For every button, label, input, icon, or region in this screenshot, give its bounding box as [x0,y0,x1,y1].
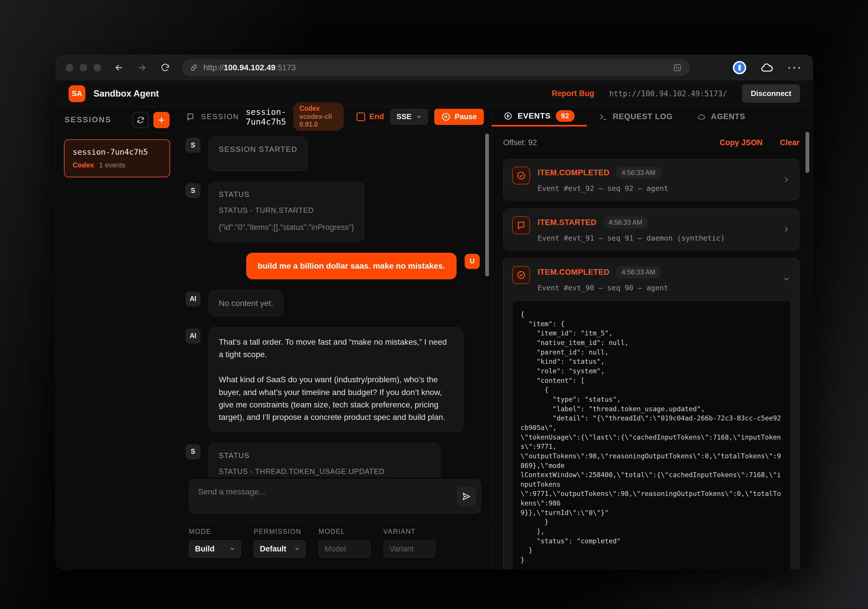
chevron-down-icon [416,114,422,120]
session-events-count: 1 events [99,161,125,169]
event-type: ITEM.COMPLETED [538,268,610,277]
chat-scrollbar[interactable] [485,134,489,277]
status-message-row: S STATUS STATUS - TURN.STARTED {"id":"0"… [186,182,480,242]
event-meta: Event #evt_91 – seq 91 – daemon (synthet… [538,234,775,242]
session-name: session-7un4c7h5 [73,147,161,156]
minimize-window-button[interactable] [79,64,87,71]
composer [178,477,491,521]
status-json: {"id":"0","items":[],"status":"inProgres… [219,221,354,233]
variant-input[interactable] [383,540,436,558]
system-message-row: S SESSION STARTED [186,136,480,171]
transport-select[interactable]: SSE [390,109,428,125]
pause-label: Pause [454,112,477,121]
chat-bubble-icon [186,113,195,121]
tab-events[interactable]: EVENTS 92 [491,107,587,126]
address-bar[interactable]: http://100.94.102.49:5173 [182,59,690,76]
url-port: :5173 [276,63,296,72]
url-scheme: http:// [203,63,224,72]
password-manager-icon[interactable] [733,61,746,74]
tab-agents[interactable]: AGENTS [685,107,758,126]
session-agent: Codex [73,161,94,169]
copy-json-button[interactable]: Copy JSON [719,138,763,147]
status-bubble: STATUS STATUS - TURN.STARTED {"id":"0","… [209,182,364,242]
event-time: 4:56:33 AM [616,266,661,278]
event-meta: Event #evt_90 – seq 90 – agent [538,284,775,292]
ai-empty-text: No content yet. [219,299,273,308]
session-panel: SESSION session-7un4c7h5 Codex vcodex-cl… [178,107,491,569]
permission-select[interactable]: Default [254,540,306,558]
status-heading: STATUS [219,451,430,460]
mode-label: MODE [189,528,241,536]
browser-window: http://100.94.102.49:5173 ··· SA Sandbox… [56,55,813,569]
mode-select[interactable]: Build [189,540,241,558]
user-avatar: U [465,254,480,269]
session-started-bubble: SESSION STARTED [209,136,308,171]
chevron-right-icon [782,176,790,184]
back-button[interactable] [114,62,124,73]
chevron-down-icon [230,546,235,552]
url-host: 100.94.102.49 [224,63,276,72]
browser-chrome: http://100.94.102.49:5173 ··· [56,55,813,80]
tab-request-log[interactable]: REQUEST LOG [587,107,685,126]
event-json-payload: { "item": { "item_id": "itm_5", "native_… [512,301,790,569]
event-type: ITEM.STARTED [538,218,597,227]
cloud-icon[interactable] [760,61,774,74]
session-header: SESSION session-7un4c7h5 Codex vcodex-cl… [178,107,491,127]
clear-events-button[interactable]: Clear [780,138,800,147]
status-bubble: STATUS STATUS - THREAD.TOKEN_USAGE.UPDAT… [209,443,440,477]
reader-panel-icon[interactable] [673,63,682,72]
refresh-icon [136,116,145,124]
forward-button[interactable] [137,62,147,73]
ai-empty-bubble: No content yet. [209,290,283,316]
terminal-icon [599,113,608,121]
status-message-row: S STATUS STATUS - THREAD.TOKEN_USAGE.UPD… [186,443,480,477]
system-avatar: S [186,444,200,459]
send-button[interactable] [457,487,476,506]
app-title: Sandbox Agent [93,88,159,99]
events-list-container: Offset: 92 Copy JSON Clear ITEM.COMPLETE… [491,127,813,569]
event-type: ITEM.COMPLETED [538,168,610,177]
session-list-item[interactable]: session-7un4c7h5 Codex 1 events [64,139,170,177]
close-window-button[interactable] [66,64,73,71]
ai-message-row: AI That’s a tall order. To move fast and… [186,327,480,432]
event-time: 4:56:33 AM [616,167,661,179]
end-checkbox[interactable] [356,113,365,121]
sessions-title: SESSIONS [65,115,112,124]
chat-bubble-icon [512,216,530,234]
send-icon [462,492,471,501]
report-bug-link[interactable]: Report Bug [552,89,594,98]
permission-label: PERMISSION [254,528,306,536]
refresh-sessions-button[interactable] [133,112,149,128]
event-time: 4:56:33 AM [603,216,648,229]
chevron-down-icon [294,546,300,552]
chat-transcript: S SESSION STARTED S STATUS STATUS - TURN… [178,127,491,477]
reload-button[interactable] [160,62,170,73]
panel-tabs: EVENTS 92 REQUEST LOG AGENTS [491,107,813,127]
pause-button[interactable]: Pause [434,109,484,125]
message-input[interactable] [189,480,480,513]
tab-request-log-label: REQUEST LOG [613,112,673,121]
ai-message-bubble: That’s a tall order. To move fast and “m… [209,327,463,432]
ai-avatar: AI [186,292,200,306]
tab-agents-label: AGENTS [711,112,745,121]
link-icon [189,63,198,72]
disconnect-button[interactable]: Disconnect [742,85,800,103]
system-avatar: S [186,183,200,198]
end-label: End [369,112,384,121]
permission-value: Default [260,544,287,553]
server-url: http://100.94.102.49:5173/ [609,90,727,98]
new-session-button[interactable]: + [153,112,169,128]
session-started-label: SESSION STARTED [219,145,298,154]
model-input[interactable] [319,540,370,558]
chevron-down-icon [782,275,790,283]
event-card-expanded[interactable]: ITEM.COMPLETED 4:56:33 AM Event #evt_90 … [503,258,800,569]
badge-version: vcodex-cli 0.91.0 [299,113,332,128]
transport-value: SSE [397,112,411,121]
zoom-window-button[interactable] [93,64,101,71]
browser-menu-icon[interactable]: ··· [788,62,803,73]
pause-icon [441,112,451,121]
event-card[interactable]: ITEM.COMPLETED 4:56:33 AM Event #evt_92 … [503,159,800,200]
events-offset: Offset: 92 [503,138,537,147]
events-scrollbar[interactable] [806,132,809,173]
event-card[interactable]: ITEM.STARTED 4:56:33 AM Event #evt_91 – … [503,209,800,250]
